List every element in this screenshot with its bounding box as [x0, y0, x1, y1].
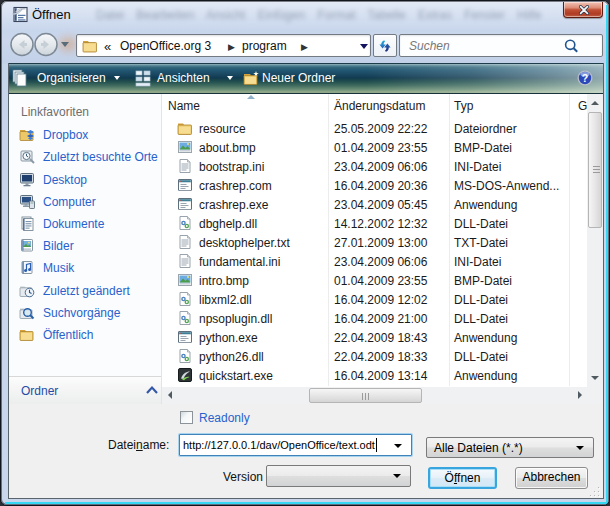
svg-text:?: ?: [582, 72, 588, 84]
